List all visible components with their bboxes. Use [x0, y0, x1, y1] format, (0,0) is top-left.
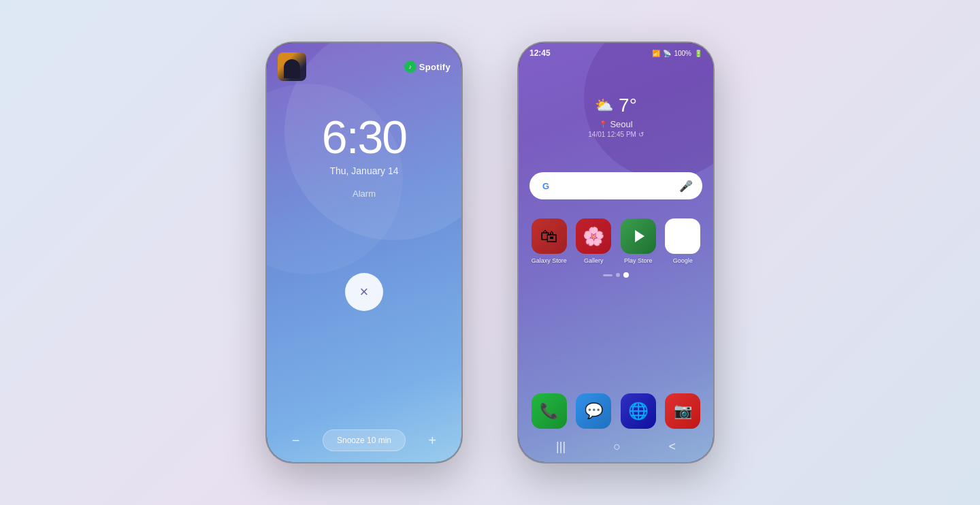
browser-icon: [621, 393, 656, 429]
gallery-label: Gallery: [584, 257, 604, 264]
gallery-flower-icon: 🌸: [583, 226, 604, 247]
spotify-icon: [404, 61, 416, 73]
messages-icon: [576, 393, 611, 429]
weather-temperature: 7°: [619, 95, 637, 116]
google-app-icon: [665, 218, 700, 254]
play-store-label: Play Store: [624, 257, 653, 264]
dock-app-phone[interactable]: [529, 393, 569, 429]
spotify-widget: Spotify: [404, 61, 451, 73]
status-bar: 12:45 📶 📡 100% 🔋: [519, 43, 713, 61]
lock-top-bar: Spotify: [267, 43, 461, 86]
back-button[interactable]: <: [668, 440, 676, 454]
recent-apps-button[interactable]: |||: [556, 440, 566, 454]
signal-icon: 📡: [663, 50, 671, 57]
wifi-icon: 📶: [652, 50, 660, 57]
google-app-label: Google: [673, 257, 693, 264]
lock-date: Thu, January 14: [322, 165, 406, 176]
weather-top: ⛅ 7°: [595, 95, 637, 116]
spotify-label: Spotify: [419, 62, 451, 72]
snooze-button[interactable]: Snooze 10 min: [323, 429, 406, 451]
battery-level: 100%: [674, 50, 691, 57]
weather-date: 14/01 12:45 PM ↺: [588, 131, 643, 138]
dock-row: [519, 388, 713, 434]
google-g-logo: G: [539, 179, 553, 193]
battery-icon: 🔋: [694, 50, 702, 57]
lock-time-section: 6:30 Thu, January 14 Alarm: [322, 114, 406, 199]
weather-widget: ⛅ 7° 📍 Seoul 14/01 12:45 PM ↺: [519, 95, 713, 138]
camera-icon: [665, 393, 700, 429]
app-grid: Galaxy Store 🌸 Gallery Play Store: [519, 208, 713, 270]
phone-icon: [532, 393, 567, 429]
lock-alarm: Alarm: [322, 189, 406, 199]
google-search-bar[interactable]: G 🎤: [529, 172, 702, 199]
page-dot-1: [616, 273, 620, 277]
dock-app-messages[interactable]: [574, 393, 614, 429]
location-pin-icon: 📍: [599, 120, 607, 128]
home-button[interactable]: ○: [613, 440, 621, 454]
page-dot-2-active: [623, 272, 629, 278]
nav-bar: ||| ○ <: [519, 434, 713, 462]
weather-location: 📍 Seoul: [599, 119, 632, 129]
page-dots: [519, 272, 713, 278]
location-name: Seoul: [610, 119, 632, 129]
play-store-icon: [621, 218, 656, 254]
app-item-galaxy-store[interactable]: Galaxy Store: [529, 218, 569, 264]
close-icon: ×: [360, 283, 369, 301]
gallery-icon: 🌸: [576, 218, 611, 254]
play-triangle-icon: [635, 230, 644, 242]
home-screen: 12:45 📶 📡 100% 🔋 ⛅ 7° 📍 Seoul 14/01 12:4…: [519, 43, 713, 462]
mic-icon[interactable]: 🎤: [679, 180, 693, 193]
home-screen-phone: 12:45 📶 📡 100% 🔋 ⛅ 7° 📍 Seoul 14/01 12:4…: [517, 42, 715, 463]
lock-screen-phone: Spotify 6:30 Thu, January 14 Alarm × − S…: [265, 42, 463, 463]
lock-time: 6:30: [322, 114, 406, 160]
app-item-play-store[interactable]: Play Store: [619, 218, 658, 264]
lock-screen: Spotify 6:30 Thu, January 14 Alarm × − S…: [267, 43, 461, 462]
snooze-plus-button[interactable]: +: [429, 433, 437, 449]
galaxy-store-label: Galaxy Store: [532, 257, 567, 264]
status-time: 12:45: [529, 48, 551, 58]
snooze-minus-button[interactable]: −: [292, 433, 300, 449]
dock-app-browser[interactable]: [619, 393, 658, 429]
galaxy-store-icon: [532, 218, 567, 254]
dock-app-camera[interactable]: [664, 393, 703, 429]
snooze-bar: − Snooze 10 min +: [267, 429, 461, 451]
app-item-google[interactable]: Google: [664, 218, 703, 264]
dismiss-alarm-button[interactable]: ×: [345, 273, 383, 311]
weather-icon: ⛅: [595, 97, 613, 114]
page-indicator-line: [603, 274, 612, 276]
status-icons: 📶 📡 100% 🔋: [652, 50, 702, 57]
album-art: [278, 52, 306, 81]
app-item-gallery[interactable]: 🌸 Gallery: [574, 218, 614, 264]
